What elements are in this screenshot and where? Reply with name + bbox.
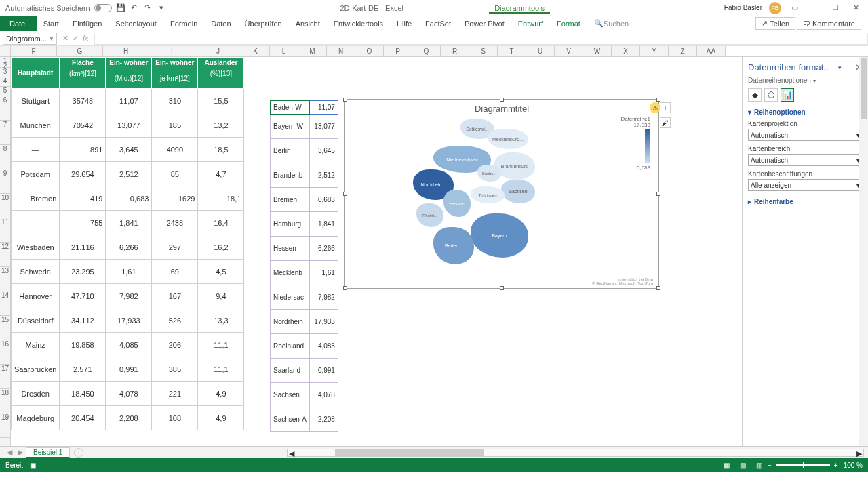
tab-design[interactable]: Entwurf	[511, 16, 550, 30]
zoom-level[interactable]: 100 %	[844, 462, 863, 469]
cell[interactable]: 7,982	[106, 284, 152, 308]
row-17[interactable]: 17	[0, 365, 10, 389]
effects-options-icon[interactable]: ⬠	[764, 88, 778, 102]
col-G[interactable]: G	[57, 46, 103, 56]
cell[interactable]: Mainz	[12, 333, 60, 357]
col-S[interactable]: S	[469, 46, 498, 56]
cell[interactable]: 4,085	[106, 333, 152, 357]
cell[interactable]: Baden-W	[271, 101, 310, 115]
cell[interactable]: Bayern W	[271, 115, 310, 139]
tab-format[interactable]: Format	[550, 16, 587, 30]
col-H[interactable]: H	[103, 46, 149, 56]
cell[interactable]: 526	[152, 308, 198, 333]
cell[interactable]: 13,2	[198, 113, 244, 138]
user-avatar[interactable]: FB	[769, 2, 781, 14]
sheet-nav-prev-icon[interactable]: ◀	[4, 448, 15, 457]
view-layout-icon[interactable]: ▤	[736, 460, 751, 470]
pane-dropdown-icon[interactable]: ▾	[838, 64, 842, 71]
cell[interactable]: 4,078	[106, 382, 152, 406]
col-AA[interactable]: AA	[697, 46, 726, 56]
tab-data[interactable]: Daten	[204, 16, 237, 30]
cell[interactable]: Nordrhein	[271, 310, 310, 334]
cell[interactable]: Sachsen-A	[271, 407, 310, 432]
fx-icon[interactable]: fx	[83, 34, 89, 43]
row-11[interactable]: 11	[0, 218, 10, 243]
cell[interactable]: 0,683	[106, 186, 152, 211]
cell[interactable]: Bremen	[271, 188, 310, 212]
tab-review[interactable]: Überprüfen	[238, 16, 289, 30]
cell[interactable]: 1629	[152, 186, 198, 211]
col-T[interactable]: T	[498, 46, 526, 56]
cell[interactable]: Potsdam	[12, 162, 60, 186]
formula-input[interactable]	[94, 33, 868, 45]
cell[interactable]: Berlin	[271, 139, 310, 163]
tab-insert[interactable]: Einfügen	[66, 16, 108, 30]
save-icon[interactable]: 💾	[116, 3, 125, 13]
cell[interactable]: München	[12, 113, 60, 138]
cell[interactable]: 35748	[60, 89, 106, 113]
undo-icon[interactable]: ↶	[130, 3, 139, 13]
cell[interactable]: Hessen	[271, 237, 310, 261]
cell[interactable]: 13,3	[198, 308, 244, 333]
cell[interactable]: Hannover	[12, 284, 60, 308]
row-5[interactable]: 5	[0, 87, 10, 96]
col-V[interactable]: V	[555, 46, 583, 56]
cell[interactable]: 18.450	[60, 382, 106, 406]
cell[interactable]: 6,266	[106, 235, 152, 260]
cell[interactable]: 11,07	[106, 89, 152, 113]
close-icon[interactable]: ✕	[849, 1, 863, 15]
cell[interactable]: 419	[60, 186, 106, 211]
cancel-formula-icon[interactable]: ✕	[62, 34, 68, 43]
row-2[interactable]: 2	[0, 62, 10, 68]
col-Q[interactable]: Q	[412, 46, 441, 56]
col-U[interactable]: U	[526, 46, 555, 56]
macro-record-icon[interactable]: ▣	[30, 462, 36, 469]
series-options-icon[interactable]: 📊	[781, 88, 794, 102]
cell[interactable]: 4,078	[309, 383, 338, 407]
cell[interactable]: 297	[152, 235, 198, 260]
view-break-icon[interactable]: ▥	[752, 460, 767, 470]
row-13[interactable]: 13	[0, 267, 10, 291]
redo-icon[interactable]: ↷	[143, 3, 153, 13]
cell[interactable]: —	[12, 138, 60, 162]
worksheet[interactable]: Hauptstadt Fläche Ein- wohner Ein- wohne…	[11, 57, 742, 446]
cell[interactable]: 108	[152, 406, 198, 430]
cell[interactable]: 0,991	[106, 357, 152, 382]
cell[interactable]: Stuttgart	[12, 89, 60, 113]
col-M[interactable]: M	[298, 46, 327, 56]
cell[interactable]: 1,61	[309, 261, 338, 285]
ribbon-display-icon[interactable]: ▭	[788, 1, 802, 15]
autosave-toggle[interactable]	[94, 4, 112, 12]
col-R[interactable]: R	[441, 46, 469, 56]
row-3[interactable]: 3	[0, 68, 10, 77]
row-1[interactable]: 1	[0, 57, 10, 62]
col-P[interactable]: P	[384, 46, 412, 56]
row-10[interactable]: 10	[0, 194, 10, 218]
cell[interactable]: 3,645	[106, 138, 152, 162]
col-O[interactable]: O	[355, 46, 384, 56]
cell[interactable]: 29.654	[60, 162, 106, 186]
cell[interactable]: 18,5	[198, 138, 244, 162]
cell[interactable]: 6,266	[309, 237, 338, 261]
cell[interactable]: 0,991	[309, 359, 338, 383]
row-15[interactable]: 15	[0, 316, 10, 340]
cell[interactable]: 4,9	[198, 382, 244, 406]
sheet-tab-active[interactable]: Beispiel 1	[26, 447, 70, 458]
comments-button[interactable]: 🗨 Kommentare	[797, 18, 861, 30]
row-16[interactable]: 16	[0, 340, 10, 365]
cell[interactable]: Mecklenb	[271, 261, 310, 285]
view-normal-icon[interactable]: ▦	[719, 460, 734, 470]
cell[interactable]: 4,9	[198, 406, 244, 430]
tab-developer[interactable]: Entwicklertools	[327, 16, 390, 30]
zoom-out-icon[interactable]: −	[768, 462, 772, 469]
cell[interactable]: 3,645	[309, 139, 338, 163]
cell[interactable]: 1,61	[106, 260, 152, 284]
cell[interactable]: 1,841	[106, 211, 152, 235]
col-Y[interactable]: Y	[640, 46, 669, 56]
tab-help[interactable]: Hilfe	[390, 16, 418, 30]
cell[interactable]: 310	[152, 89, 198, 113]
cell[interactable]: 23.295	[60, 260, 106, 284]
cell[interactable]: 2.571	[60, 357, 106, 382]
vertical-scrollbar[interactable]	[859, 57, 868, 446]
cell[interactable]: Düsseldorf	[12, 308, 60, 333]
